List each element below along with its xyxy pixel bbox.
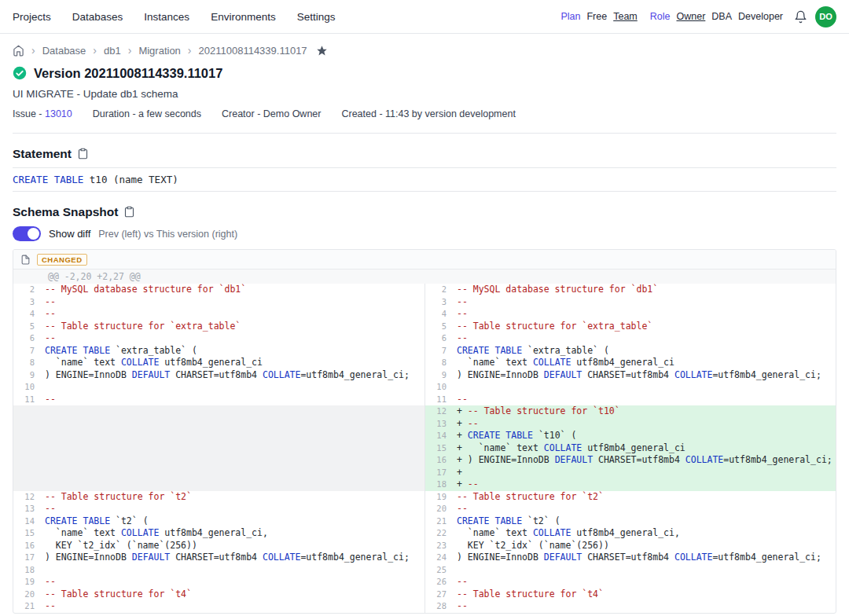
code-line: -- <box>42 394 424 406</box>
avatar[interactable]: DO <box>815 6 836 28</box>
diff-cell-right: 2-- MySQL database structure for `db1` <box>424 284 836 296</box>
diff-cell-left: 18 <box>13 564 424 577</box>
line-number: 26 <box>425 576 454 588</box>
diff-row: 5-- Table structure for `extra_table`5--… <box>13 321 836 333</box>
chevron-right-icon: › <box>188 44 192 57</box>
code-line: -- Table structure for `t2` <box>454 491 836 504</box>
notification-bell-icon[interactable] <box>794 10 807 24</box>
code-line: -- <box>42 332 424 345</box>
code-line: + -- <box>454 478 836 491</box>
code-line: -- Table structure for `t4` <box>42 588 424 601</box>
meta-item: Created - 11:43 by version development <box>341 108 515 120</box>
diff-cell-left <box>13 405 424 418</box>
nav-item-environments[interactable]: Environments <box>211 11 276 23</box>
diff-cell-left: 3-- <box>13 296 424 309</box>
breadcrumb-item[interactable]: 20211008114339.11017 <box>199 45 307 57</box>
line-number <box>13 467 42 479</box>
diff-row: 12+ -- Table structure for `t10` <box>13 405 836 418</box>
meta-item: Creator - Demo Owner <box>222 108 321 120</box>
code-line <box>42 418 424 431</box>
code-line: + -- Table structure for `t10` <box>454 405 836 418</box>
statement-heading: Statement <box>13 147 72 161</box>
code-line: CREATE TABLE `t2` ( <box>454 515 836 528</box>
breadcrumb-item[interactable]: Database <box>42 45 86 57</box>
diff-cell-right: 22 `name` text COLLATE utf8mb4_general_c… <box>424 527 836 540</box>
account-owner[interactable]: Owner <box>676 11 705 22</box>
diff-cell-right: 7CREATE TABLE `extra_table` ( <box>424 345 836 358</box>
favorite-star-icon[interactable] <box>316 45 328 57</box>
home-icon[interactable] <box>13 45 24 57</box>
nav-item-projects[interactable]: Projects <box>13 11 51 23</box>
line-number: 8 <box>425 357 454 369</box>
code-line: KEY `t2_idx` (`name`(256)) <box>42 540 424 552</box>
show-diff-toggle[interactable] <box>13 226 41 241</box>
line-number: 4 <box>425 308 454 321</box>
diff-cell-right: 27-- Table structure for `t4` <box>424 588 836 601</box>
diff-cell-left: 5-- Table structure for `extra_table` <box>13 321 424 333</box>
diff-cell-left: 13-- <box>13 503 424 515</box>
nav-item-settings[interactable]: Settings <box>297 11 336 23</box>
statement-sql[interactable]: CREATE TABLE t10 (name TEXT) <box>13 167 836 192</box>
nav-item-databases[interactable]: Databases <box>72 11 123 23</box>
diff-row: 3--3-- <box>13 296 836 309</box>
line-number: 6 <box>13 332 42 345</box>
code-line <box>42 405 424 418</box>
line-number: 2 <box>13 284 42 296</box>
code-line: -- <box>454 576 836 588</box>
diff-cell-left: 16 KEY `t2_idx` (`name`(256)) <box>13 540 424 552</box>
line-number: 11 <box>425 394 454 406</box>
nav-item-instances[interactable]: Instances <box>144 11 189 23</box>
meta-item: Issue - 13010 <box>13 108 72 120</box>
code-line <box>42 467 424 479</box>
top-nav: ProjectsDatabasesInstancesEnvironmentsSe… <box>0 0 849 34</box>
account-team[interactable]: Team <box>613 11 638 22</box>
line-number: 15 <box>425 442 454 455</box>
copy-snapshot-icon[interactable] <box>123 206 135 218</box>
chevron-right-icon: › <box>128 44 132 57</box>
diff-cell-right: 17+ <box>424 467 836 479</box>
line-number: 3 <box>425 296 454 309</box>
line-number <box>13 442 42 455</box>
diff-row: 13--20-- <box>13 503 836 515</box>
code-line: -- Table structure for `extra_table` <box>42 321 424 333</box>
line-number: 14 <box>13 515 42 528</box>
diff-body: 2-- MySQL database structure for `db1`2-… <box>13 284 836 613</box>
line-number: 5 <box>13 321 42 333</box>
breadcrumb-item[interactable]: db1 <box>104 45 121 57</box>
main-content: Version 20211008114339.11017 UI MIGRATE … <box>0 65 849 614</box>
chevron-right-icon: › <box>93 44 97 57</box>
breadcrumb-item[interactable]: Migration <box>138 45 180 57</box>
line-number: 27 <box>425 588 454 601</box>
diff-cell-right: 18+ -- <box>424 478 836 491</box>
diff-cell-right: 12+ -- Table structure for `t10` <box>424 405 836 418</box>
line-number <box>13 418 42 431</box>
chevron-right-icon: › <box>31 44 35 57</box>
line-number: 19 <box>13 576 42 588</box>
diff-cell-right: 24) ENGINE=InnoDB DEFAULT CHARSET=utf8mb… <box>424 552 836 564</box>
line-number: 23 <box>425 540 454 552</box>
page-title: Version 20211008114339.11017 <box>34 66 222 81</box>
line-number: 12 <box>13 491 42 504</box>
line-number: 21 <box>13 600 42 613</box>
diff-cell-left: 21-- <box>13 600 424 613</box>
code-line: -- <box>454 503 836 515</box>
diff-row: 15+ `name` text COLLATE utf8mb4_general_… <box>13 442 836 455</box>
line-number: 12 <box>425 405 454 418</box>
diff-cell-right: 20-- <box>424 503 836 515</box>
diff-cell-left: 6-- <box>13 332 424 345</box>
code-line: ) ENGINE=InnoDB DEFAULT CHARSET=utf8mb4 … <box>42 552 424 564</box>
version-subtitle: UI MIGRATE - Update db1 schema <box>13 88 836 101</box>
line-number: 9 <box>13 369 42 382</box>
diff-cell-left: 8 `name` text COLLATE utf8mb4_general_ci <box>13 357 424 369</box>
diff-cell-right: 15+ `name` text COLLATE utf8mb4_general_… <box>424 442 836 455</box>
diff-row: 8 `name` text COLLATE utf8mb4_general_ci… <box>13 357 836 369</box>
line-number: 13 <box>13 503 42 515</box>
snapshot-section-header: Schema Snapshot <box>13 204 836 219</box>
issue-link[interactable]: 13010 <box>45 108 72 119</box>
code-line <box>42 430 424 442</box>
diff-cell-right: 23 KEY `t2_idx` (`name`(256)) <box>424 540 836 552</box>
code-line: `name` text COLLATE utf8mb4_general_ci <box>454 357 836 369</box>
diff-row: 16 KEY `t2_idx` (`name`(256))23 KEY `t2_… <box>13 540 836 552</box>
copy-statement-icon[interactable] <box>77 148 89 160</box>
diff-cell-right: 11-- <box>424 394 836 406</box>
